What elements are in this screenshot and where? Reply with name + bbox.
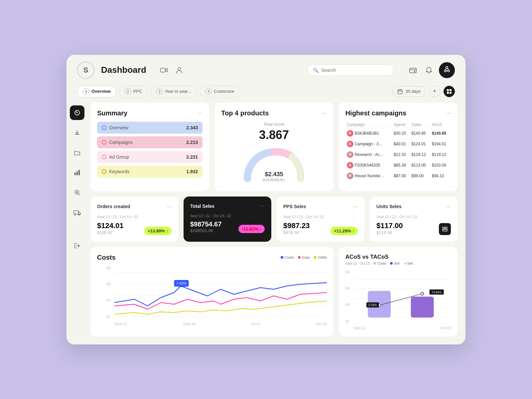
costs-legend: Costs Exps Odds <box>281 255 327 259</box>
acos-header: ACoS vs TACoS Sept 12 - Oct 18 Costs Sel… <box>345 254 451 265</box>
tab-num-3: 3 <box>156 88 163 95</box>
svg-point-1 <box>178 67 181 70</box>
acos-chart-card: ACoS vs TACoS Sept 12 - Oct 18 Costs Sel… <box>339 247 458 336</box>
search-input[interactable] <box>321 67 388 73</box>
summary-bar-adgroup[interactable]: Ad Group 2.231 <box>97 151 202 163</box>
sidebar-item-delivery[interactable] <box>70 205 84 220</box>
total-seles-menu[interactable]: ··· <box>260 203 265 209</box>
search-bar[interactable]: 🔍 <box>307 65 394 76</box>
orders-menu[interactable]: ··· <box>167 203 172 210</box>
main-layout: Summary ··· Overview 2.343 Campaigns 2.2 <box>66 103 466 344</box>
header: S Dashboard 🔍 <box>66 55 466 85</box>
pps-title: PPS Seles <box>283 204 306 209</box>
orders-primary: $124.01 <box>97 221 124 230</box>
tab-num-2: 2 <box>125 88 131 95</box>
orders-date: Sept 12 / 22 - Oct 14 / 22 <box>97 215 172 219</box>
sidebar-item-dashboard[interactable] <box>70 105 84 120</box>
col-acos: ACoS <box>431 122 451 128</box>
tab-overview[interactable]: 1 Overview <box>77 85 116 97</box>
svg-point-3 <box>414 71 415 72</box>
costs-svg: 7.43% <box>114 266 327 319</box>
sidebar-item-search[interactable] <box>70 185 84 200</box>
sidebar-item-analytics[interactable] <box>70 165 84 180</box>
orders-values: $124.01 $100.97 +13.89% ↑ <box>97 221 172 235</box>
sidebar-item-folder[interactable] <box>70 145 84 160</box>
user-icon[interactable] <box>174 65 185 76</box>
days-button[interactable]: 30 days <box>392 86 426 97</box>
units-icon <box>439 223 451 235</box>
sidebar-item-logout[interactable] <box>70 238 84 253</box>
products-header: Top 4 products ··· <box>221 109 327 117</box>
svg-point-20 <box>74 214 76 215</box>
svg-rect-8 <box>447 89 449 91</box>
summary-card: Summary ··· Overview 2.343 Campaigns 2.2 <box>90 103 209 191</box>
summary-bar-keywords[interactable]: Keywords 1.932 <box>97 166 202 178</box>
summary-bar-overview[interactable]: Overview 2.343 <box>97 122 202 134</box>
col-sales: Sales <box>410 122 430 128</box>
pps-date: Sept 12 / 22 - Oct 14 / 22 <box>283 215 358 219</box>
costs-chart-card: Costs Costs Exps Odds 02 04 06 08 <box>90 247 333 336</box>
pps-values: $987.23 $876.34 +11.29% ↑ <box>283 221 358 235</box>
svg-rect-22 <box>443 227 445 229</box>
wallet-icon[interactable] <box>407 64 419 76</box>
avatar[interactable] <box>439 62 455 78</box>
pps-menu[interactable]: ··· <box>353 203 358 210</box>
webhook-icon <box>443 65 451 75</box>
stats-row: Orders created ··· Sept 12 / 22 - Oct 14… <box>90 197 458 242</box>
summary-header: Summary ··· <box>97 109 202 117</box>
pps-secondary: $876.34 <box>283 230 310 235</box>
summary-menu[interactable]: ··· <box>198 110 202 117</box>
svg-rect-9 <box>450 89 452 91</box>
costs-title: Costs <box>97 254 116 261</box>
table-row[interactable]: MHouse Numbe... $87.00 $99.00 $94.10 <box>345 171 451 181</box>
summary-title: Summary <box>97 109 127 117</box>
costs-chart-wrapper: 02 04 06 08 <box>97 266 327 326</box>
bar-value-adgroup: 2.231 <box>186 154 198 160</box>
content-grid: Summary ··· Overview 2.343 Campaigns 2.2 <box>88 103 466 344</box>
products-menu[interactable]: ··· <box>322 110 327 117</box>
tab-num-1: 1 <box>83 88 89 95</box>
svg-rect-16 <box>76 171 78 175</box>
acos-legend-costs: Costs <box>373 262 386 265</box>
acos-legend-sell1: Sell <box>390 262 400 265</box>
summary-bar-campaigns[interactable]: Campaigns 2.213 <box>97 136 202 148</box>
bar-circle-adgroup <box>102 155 106 159</box>
acos-legend-sell2: ⊸ Sell <box>404 262 413 265</box>
add-widget-button[interactable]: + <box>429 86 440 97</box>
table-row[interactable]: AB34JB4BUB1 $30.25 $140.85 $140.85 <box>345 128 451 139</box>
units-values: $117.00 $116.99 <box>376 221 451 235</box>
bar-circle-campaigns <box>102 140 106 145</box>
units-menu[interactable]: ··· <box>446 203 451 210</box>
header-right <box>407 62 455 78</box>
products-subtitle: Total score <box>221 122 327 127</box>
add-filled-button[interactable] <box>444 86 455 97</box>
bell-icon[interactable] <box>423 64 435 76</box>
orders-header: Orders created ··· <box>97 203 172 210</box>
dashboard-title: Dashboard <box>101 65 146 75</box>
units-secondary: $116.99 <box>376 230 403 235</box>
bar-value-keywords: 1.932 <box>186 169 198 174</box>
campaigns-menu[interactable]: ··· <box>446 110 451 117</box>
sidebar-item-download[interactable] <box>70 125 84 140</box>
svg-rect-15 <box>74 173 76 175</box>
svg-text:7.43%: 7.43% <box>176 281 187 285</box>
logo: S <box>77 62 94 79</box>
table-row[interactable]: AFS35K546335 $85.39 $113.00 $103.00 <box>345 160 451 171</box>
pps-primary: $987.23 <box>283 221 310 230</box>
svg-text:0.15%: 0.15% <box>368 303 377 307</box>
pps-header: PPS Seles ··· <box>283 203 358 210</box>
table-row[interactable]: ACampaign - 3... $40.01 $124.01 $194.01 <box>345 139 451 149</box>
table-row[interactable]: MResearch - Ac... $12.32 $129.12 $119.12 <box>345 149 451 160</box>
header-icons <box>158 65 185 76</box>
tab-ppc[interactable]: 2 PPC <box>119 85 148 97</box>
tab-customize[interactable]: 4 Customize <box>200 85 240 97</box>
svg-rect-2 <box>410 68 416 73</box>
bar-circle-overview <box>102 125 106 130</box>
bar-circle-keywords <box>102 169 106 174</box>
tab-year[interactable]: 3 Year to year... <box>151 85 197 97</box>
video-icon[interactable] <box>158 65 170 76</box>
total-seles-card: Total Seles ··· Sept 12 / 22 - Oct 14 / … <box>184 197 271 242</box>
svg-rect-0 <box>161 68 165 72</box>
svg-rect-7 <box>398 90 402 94</box>
units-seles-card: Units Seles ··· Sept 12 / 22 - Oct 14 / … <box>370 197 458 242</box>
